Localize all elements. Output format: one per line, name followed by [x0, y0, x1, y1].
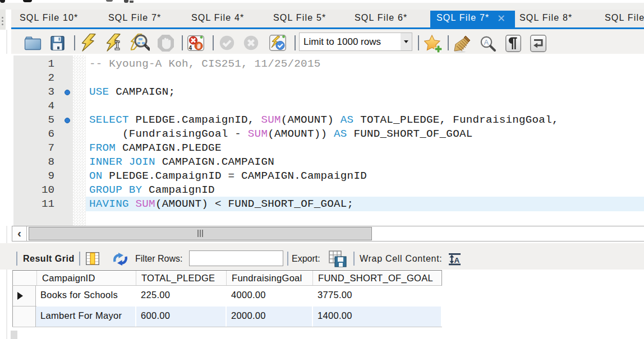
svg-text:4: 4	[189, 45, 192, 51]
svg-text:A: A	[454, 256, 460, 264]
svg-text:A: A	[484, 38, 489, 47]
